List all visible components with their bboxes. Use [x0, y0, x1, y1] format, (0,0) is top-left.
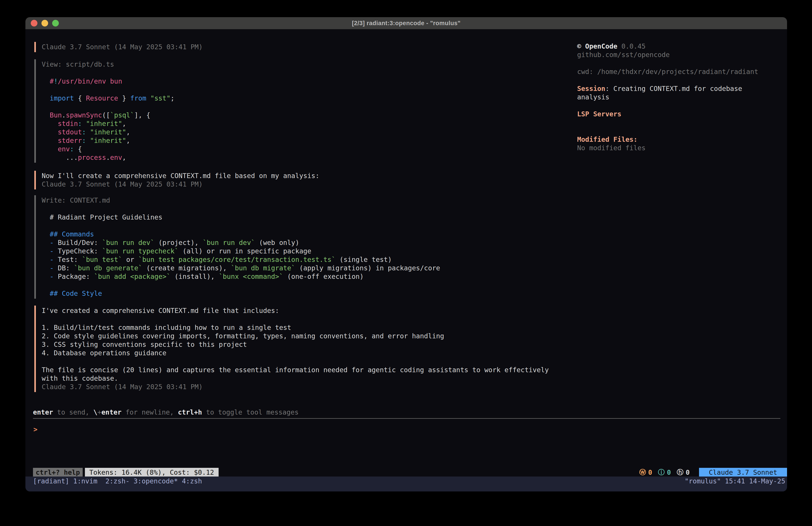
message-input[interactable]: > — [33, 425, 38, 434]
tool-output-write-context-md: Write: CONTEXT.md # Radiant Project Guid… — [34, 195, 440, 299]
assistant-message-3: I've created a comprehensive CONTEXT.md … — [34, 305, 549, 392]
keybinding-hint: enter to send, \+enter for newline, ctrl… — [33, 408, 299, 416]
tokens-cost-badge: Tokens: 16.4K (8%), Cost: $0.12 — [85, 468, 219, 477]
hint-icon: ⓗ — [677, 468, 683, 477]
assistant-message-2: Now I'll create a comprehensive CONTEXT.… — [34, 171, 319, 189]
warning-diagnostics: ⓦ 0 — [639, 468, 652, 477]
minimize-button[interactable] — [41, 20, 48, 27]
warning-icon: ⓦ — [639, 468, 646, 477]
terminal-window: [2/3] radiant:3:opencode - "romulus" Cla… — [25, 17, 787, 492]
info-diagnostics: ⓘ 0 — [658, 468, 671, 477]
warning-count: 0 — [648, 469, 652, 476]
zoom-button[interactable] — [52, 20, 59, 27]
tmux-window-list[interactable]: [radiant] 1:nvim 2:zsh- 3:opencode* 4:zs… — [33, 477, 202, 486]
hint-count: 0 — [686, 469, 690, 476]
help-badge[interactable]: ctrl+? help — [33, 468, 83, 477]
tool-output-view-db-ts: View: script/db.ts #!/usr/bin/env bun im… — [34, 59, 174, 163]
assistant-message-header-1: Claude 3.7 Sonnet (14 May 2025 03:41 PM) — [34, 42, 203, 52]
info-count: 0 — [667, 469, 671, 476]
session-sidebar: © OpenCode 0.0.45github.com/sst/opencode… — [577, 42, 769, 152]
title-bar: [2/3] radiant:3:opencode - "romulus" — [25, 17, 787, 29]
close-button[interactable] — [31, 20, 38, 27]
input-separator — [33, 418, 780, 419]
opencode-status-bar: ctrl+? help Tokens: 16.4K (8%), Cost: $0… — [25, 468, 787, 477]
hint-diagnostics: ⓗ 0 — [677, 468, 690, 477]
window-title: [2/3] radiant:3:opencode - "romulus" — [352, 20, 461, 27]
diagnostics-counters: ⓦ 0 ⓘ 0 ⓗ 0 — [639, 468, 690, 477]
tmux-session-clock: "romulus" 15:41 14-May-25 — [684, 477, 785, 486]
prompt-chevron-icon: > — [33, 426, 38, 433]
terminal-content: Claude 3.7 Sonnet (14 May 2025 03:41 PM)… — [25, 29, 787, 492]
model-badge[interactable]: Claude 3.7 Sonnet — [699, 468, 787, 477]
tmux-status-bar: [radiant] 1:nvim 2:zsh- 3:opencode* 4:zs… — [25, 477, 787, 492]
info-icon: ⓘ — [658, 468, 665, 477]
traffic-lights — [31, 17, 59, 29]
